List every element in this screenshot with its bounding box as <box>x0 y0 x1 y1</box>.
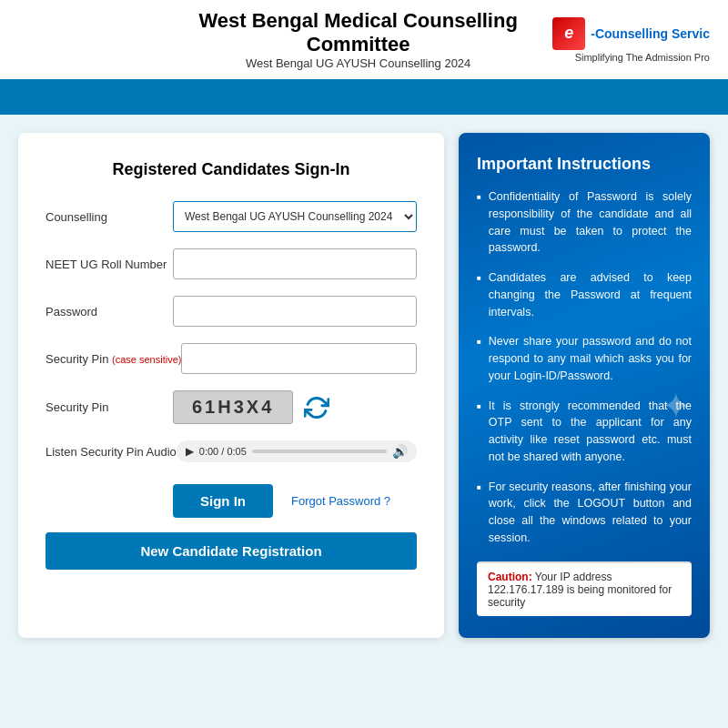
security-pin-input[interactable] <box>181 343 417 374</box>
refresh-pin-button[interactable] <box>302 393 331 422</box>
volume-icon: 🔊 <box>392 444 408 459</box>
audio-player: ▶ 0:00 / 0:05 🔊 <box>177 440 417 462</box>
audio-row: Listen Security Pin Audio ▶ 0:00 / 0:05 … <box>46 440 417 462</box>
button-row: Sign In Forgot Password ? <box>46 484 417 518</box>
security-pin-input-label: Security Pin (case sensitive) <box>46 352 181 366</box>
security-pin-input-row: Security Pin (case sensitive) <box>46 343 417 374</box>
page-subtitle: West Bengal UG AYUSH Counselling 2024 <box>164 56 552 70</box>
header-logo: e -Counselling Servic Simplifying The Ad… <box>552 17 710 63</box>
instruction-item: It is strongly recommended that the OTP … <box>477 398 692 466</box>
counselling-label: Counselling <box>46 210 173 224</box>
security-pin-display: 61H3X4 <box>173 390 331 424</box>
refresh-icon <box>304 395 329 420</box>
caution-label: Caution: <box>488 571 532 583</box>
password-label: Password <box>46 305 173 318</box>
instructions-list: Confidentiality of Password is solely re… <box>477 188 692 547</box>
login-card: Registered Candidates Sign-In Counsellin… <box>18 133 444 638</box>
signin-button[interactable]: Sign In <box>173 484 273 518</box>
case-note: (case sensitive) <box>112 354 181 365</box>
forgot-password-link[interactable]: Forgot Password ? <box>291 494 390 508</box>
blue-banner <box>0 82 728 115</box>
instructions-card: Important Instructions Confidentiality o… <box>459 133 710 638</box>
caution-bar: Caution: Your IP address 122.176.17.189 … <box>477 561 692 616</box>
audio-progress-bar[interactable] <box>252 450 387 453</box>
password-input[interactable] <box>173 296 417 327</box>
neet-input[interactable] <box>173 248 417 279</box>
header-center: West Bengal Medical Counselling Committe… <box>164 9 552 70</box>
password-row: Password <box>46 296 417 327</box>
audio-time: 0:00 / 0:05 <box>199 446 247 457</box>
instruction-item: Confidentiality of Password is solely re… <box>477 188 692 257</box>
logo-brand: -Counselling Servic <box>591 26 710 41</box>
new-registration-button[interactable]: New Candidate Registration <box>46 532 417 570</box>
page-header: West Bengal Medical Counselling Committe… <box>0 0 728 82</box>
page-title: West Bengal Medical Counselling Committe… <box>164 9 552 56</box>
instruction-item: Never share your password and do not res… <box>477 333 692 384</box>
instructions-title: Important Instructions <box>477 155 692 174</box>
play-button[interactable]: ▶ <box>186 445 194 458</box>
counselling-select[interactable]: West Bengal UG AYUSH Counselling 2024 <box>173 201 417 232</box>
audio-label: Listen Security Pin Audio <box>46 445 177 459</box>
login-title: Registered Candidates Sign-In <box>46 160 417 179</box>
logo-box: e -Counselling Servic <box>552 17 710 50</box>
pin-box: 61H3X4 <box>173 390 293 424</box>
security-pin-display-label: Security Pin <box>46 400 173 414</box>
instruction-item: Candidates are advised to keep changing … <box>477 269 692 320</box>
neet-row: NEET UG Roll Number <box>46 248 417 279</box>
logo-icon: e <box>552 17 585 50</box>
security-pin-display-row: Security Pin 61H3X4 <box>46 390 417 424</box>
neet-label: NEET UG Roll Number <box>46 258 173 271</box>
counselling-row: Counselling West Bengal UG AYUSH Counsel… <box>46 201 417 232</box>
instruction-item: For security reasons, after finishing yo… <box>477 479 692 547</box>
logo-tagline: Simplifying The Admission Pro <box>575 52 710 63</box>
main-content: Registered Candidates Sign-In Counsellin… <box>0 115 728 656</box>
